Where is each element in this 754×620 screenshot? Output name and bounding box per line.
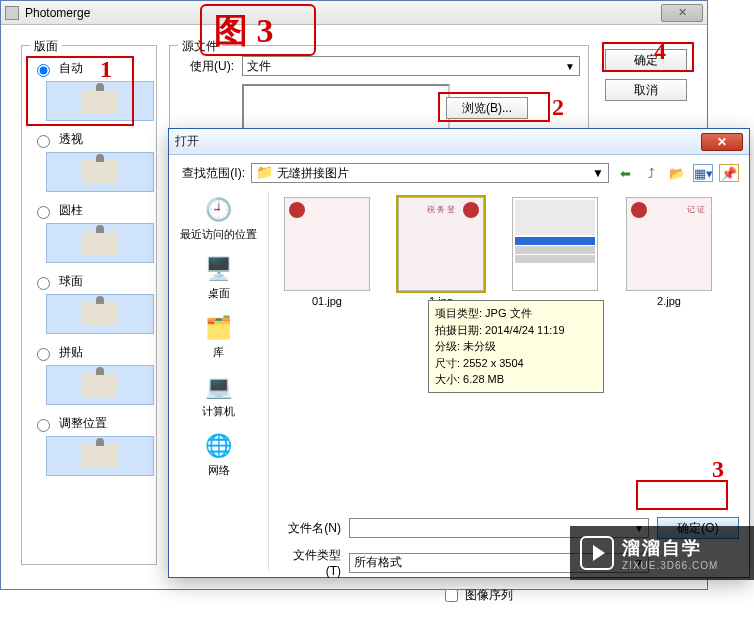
app-icon [5, 6, 19, 20]
view-icon[interactable]: ▦▾ [693, 164, 713, 182]
chevron-down-icon: ▼ [592, 166, 604, 180]
place-computer[interactable]: 💻 计算机 [169, 372, 268, 419]
open-toolbar: 查找范围(I): 📁无缝拼接图片 ▼ ⬅ ⤴ 📂 ▦▾ 📌 [169, 155, 749, 191]
layout-perspective-row[interactable]: 透视 [32, 131, 148, 148]
layout-legend: 版面 [30, 38, 62, 55]
image-sequence-checkbox[interactable] [445, 589, 458, 602]
layout-cylindrical-label: 圆柱 [59, 202, 83, 219]
watermark-line2: ZIXUE.3D66.COM [622, 560, 718, 571]
recent-icon: 🕘 [201, 195, 237, 225]
layout-auto-label: 自动 [59, 60, 83, 77]
play-icon [580, 536, 614, 570]
layout-reposition-label: 调整位置 [59, 415, 107, 432]
source-legend: 源文件 [178, 38, 222, 55]
layout-spherical-label: 球面 [59, 273, 83, 290]
up-icon[interactable]: ⤴ [641, 164, 661, 182]
places-bar: 🕘 最近访问的位置 🖥️ 桌面 🗂️ 库 💻 计算机 🌐 网络 [169, 191, 269, 571]
file-name: 2.jpg [617, 295, 721, 307]
image-sequence-row[interactable]: 图像序列 [441, 586, 739, 605]
place-library[interactable]: 🗂️ 库 [169, 313, 268, 360]
browse-button[interactable]: 浏览(B)... [446, 97, 528, 119]
use-combo[interactable]: 文件 ▼ [242, 56, 580, 76]
layout-reposition-thumb [46, 436, 154, 476]
use-label: 使用(U): [178, 58, 234, 75]
network-icon: 🌐 [201, 431, 237, 461]
layout-spherical-thumb [46, 294, 154, 334]
lookin-combo[interactable]: 📁无缝拼接图片 ▼ [251, 163, 609, 183]
file-item[interactable]: … [503, 197, 607, 307]
pm-right-buttons: 确定 取消 [605, 49, 687, 101]
filetype-label: 文件类型(T) [281, 547, 341, 578]
open-close-icon[interactable]: ✕ [701, 133, 743, 151]
layout-reposition-row[interactable]: 调整位置 [32, 415, 148, 432]
layout-spherical-row[interactable]: 球面 [32, 273, 148, 290]
filename-label: 文件名(N) [281, 520, 341, 537]
folder-icon: 📁 [256, 164, 273, 180]
close-icon[interactable]: ✕ [661, 4, 703, 22]
layout-auto-thumb [46, 81, 154, 121]
computer-icon: 💻 [201, 372, 237, 402]
layout-fieldset: 版面 自动 透视 圆柱 球面 拼贴 [21, 45, 157, 565]
watermark-line1: 溜溜自学 [622, 536, 718, 560]
watermark: 溜溜自学 ZIXUE.3D66.COM [570, 526, 754, 580]
open-title: 打开 [175, 133, 199, 150]
place-desktop[interactable]: 🖥️ 桌面 [169, 254, 268, 301]
layout-cylindrical-row[interactable]: 圆柱 [32, 202, 148, 219]
file-name: 01.jpg [275, 295, 379, 307]
lookin-label: 查找范围(I): [179, 165, 245, 182]
layout-collage-thumb [46, 365, 154, 405]
open-titlebar: 打开 ✕ [169, 129, 749, 155]
layout-spherical-radio[interactable] [37, 277, 50, 290]
new-folder-icon[interactable]: 📂 [667, 164, 687, 182]
layout-perspective-label: 透视 [59, 131, 83, 148]
back-icon[interactable]: ⬅ [615, 164, 635, 182]
file-item[interactable]: 记 证 2.jpg [617, 197, 721, 307]
use-value: 文件 [247, 58, 271, 75]
file-item[interactable]: 01.jpg [275, 197, 379, 307]
file-tooltip: 项目类型: JPG 文件 拍摄日期: 2014/4/24 11:19 分级: 未… [428, 300, 604, 393]
layout-perspective-radio[interactable] [37, 135, 50, 148]
layout-perspective-thumb [46, 152, 154, 192]
layout-cylindrical-thumb [46, 223, 154, 263]
place-recent[interactable]: 🕘 最近访问的位置 [169, 195, 268, 242]
layout-collage-radio[interactable] [37, 348, 50, 361]
place-network[interactable]: 🌐 网络 [169, 431, 268, 478]
file-item[interactable]: 税 务 登 1.jpg [389, 197, 493, 307]
photomerge-titlebar: Photomerge ✕ [1, 1, 707, 25]
cancel-button[interactable]: 取消 [605, 79, 687, 101]
chevron-down-icon: ▼ [565, 61, 575, 72]
image-sequence-label: 图像序列 [465, 587, 513, 604]
pin-icon[interactable]: 📌 [719, 164, 739, 182]
layout-auto-row[interactable]: 自动 [32, 60, 148, 77]
layout-collage-label: 拼贴 [59, 344, 83, 361]
layout-collage-row[interactable]: 拼贴 [32, 344, 148, 361]
layout-reposition-radio[interactable] [37, 419, 50, 432]
lookin-value: 无缝拼接图片 [277, 166, 349, 180]
layout-cylindrical-radio[interactable] [37, 206, 50, 219]
layout-auto-radio[interactable] [37, 64, 50, 77]
library-icon: 🗂️ [201, 313, 237, 343]
photomerge-title: Photomerge [25, 6, 661, 20]
desktop-icon: 🖥️ [201, 254, 237, 284]
ok-button[interactable]: 确定 [605, 49, 687, 71]
